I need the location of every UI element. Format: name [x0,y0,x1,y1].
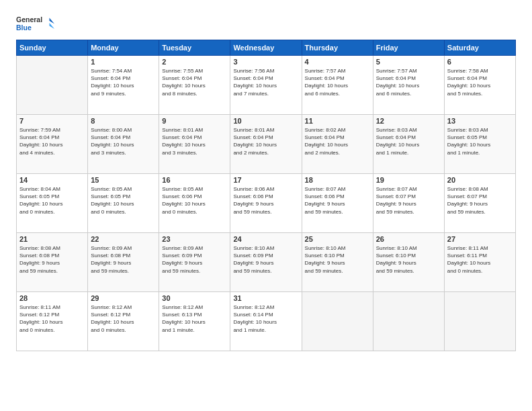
cell-info: Sunrise: 8:10 AMSunset: 6:10 PMDaylight:… [376,244,441,275]
day-number: 20 [447,176,513,184]
calendar-cell: 6Sunrise: 7:58 AMSunset: 6:04 PMDaylight… [444,56,515,115]
day-number: 21 [19,235,85,243]
calendar-cell: 26Sunrise: 8:10 AMSunset: 6:10 PMDayligh… [373,233,444,292]
day-number: 5 [376,58,441,66]
cell-info: Sunrise: 8:01 AMSunset: 6:04 PMDaylight:… [233,126,298,156]
calendar-cell: 22Sunrise: 8:09 AMSunset: 6:08 PMDayligh… [88,233,159,292]
cell-info: Sunrise: 8:09 AMSunset: 6:08 PMDaylight:… [91,244,156,275]
weekday-friday: Friday [373,40,444,56]
calendar-cell: 13Sunrise: 8:03 AMSunset: 6:05 PMDayligh… [444,115,515,174]
cell-info: Sunrise: 8:06 AMSunset: 6:06 PMDaylight:… [233,185,298,216]
logo-icon: GeneralBlue [16,12,56,36]
day-number: 1 [91,58,156,66]
day-number: 8 [91,117,156,125]
calendar-cell: 18Sunrise: 8:07 AMSunset: 6:06 PMDayligh… [302,174,373,233]
day-number: 26 [376,235,441,243]
day-number: 6 [447,58,513,66]
calendar-cell: 25Sunrise: 8:10 AMSunset: 6:10 PMDayligh… [302,233,373,292]
cell-info: Sunrise: 7:56 AMSunset: 6:04 PMDaylight:… [233,67,298,97]
week-row-4: 21Sunrise: 8:08 AMSunset: 6:08 PMDayligh… [17,233,516,292]
week-row-2: 7Sunrise: 7:59 AMSunset: 6:04 PMDaylight… [17,115,516,174]
cell-info: Sunrise: 7:54 AMSunset: 6:04 PMDaylight:… [91,67,156,97]
day-number: 17 [233,176,298,184]
calendar-cell: 4Sunrise: 7:57 AMSunset: 6:04 PMDaylight… [302,56,373,115]
calendar-cell: 5Sunrise: 7:57 AMSunset: 6:04 PMDaylight… [373,56,444,115]
cell-info: Sunrise: 8:00 AMSunset: 6:04 PMDaylight:… [91,126,156,156]
day-number: 29 [91,294,156,302]
cell-info: Sunrise: 8:02 AMSunset: 6:04 PMDaylight:… [305,126,370,156]
day-number: 11 [305,117,370,125]
day-number: 9 [162,117,227,125]
calendar-cell [373,292,444,351]
calendar-cell: 24Sunrise: 8:10 AMSunset: 6:09 PMDayligh… [230,233,302,292]
day-number: 24 [233,235,298,243]
day-number: 19 [376,176,441,184]
week-row-3: 14Sunrise: 8:04 AMSunset: 6:05 PMDayligh… [17,174,516,233]
calendar-cell: 21Sunrise: 8:08 AMSunset: 6:08 PMDayligh… [17,233,88,292]
calendar-cell: 7Sunrise: 7:59 AMSunset: 6:04 PMDaylight… [17,115,88,174]
cell-info: Sunrise: 8:04 AMSunset: 6:05 PMDaylight:… [19,185,85,216]
day-number: 13 [447,117,513,125]
day-number: 7 [19,117,85,125]
weekday-monday: Monday [88,40,159,56]
cell-info: Sunrise: 8:07 AMSunset: 6:06 PMDaylight:… [305,185,370,216]
cell-info: Sunrise: 7:59 AMSunset: 6:04 PMDaylight:… [19,126,85,156]
day-number: 28 [19,294,85,302]
calendar: SundayMondayTuesdayWednesdayThursdayFrid… [16,40,516,351]
cell-info: Sunrise: 8:03 AMSunset: 6:05 PMDaylight:… [447,126,513,156]
calendar-cell: 14Sunrise: 8:04 AMSunset: 6:05 PMDayligh… [17,174,88,233]
day-number: 14 [19,176,85,184]
header: GeneralBlue [16,12,516,36]
day-number: 4 [305,58,370,66]
svg-marker-3 [50,23,55,29]
weekday-thursday: Thursday [302,40,373,56]
weekday-tuesday: Tuesday [159,40,230,56]
cell-info: Sunrise: 8:12 AMSunset: 6:13 PMDaylight:… [162,304,227,334]
calendar-cell: 11Sunrise: 8:02 AMSunset: 6:04 PMDayligh… [302,115,373,174]
day-number: 12 [376,117,441,125]
day-number: 25 [305,235,370,243]
svg-text:Blue: Blue [16,24,32,32]
calendar-cell: 19Sunrise: 8:07 AMSunset: 6:07 PMDayligh… [373,174,444,233]
cell-info: Sunrise: 7:58 AMSunset: 6:04 PMDaylight:… [447,67,513,97]
calendar-cell: 8Sunrise: 8:00 AMSunset: 6:04 PMDaylight… [88,115,159,174]
cell-info: Sunrise: 8:09 AMSunset: 6:09 PMDaylight:… [162,244,227,275]
cell-info: Sunrise: 8:10 AMSunset: 6:10 PMDaylight:… [305,244,370,275]
calendar-cell: 23Sunrise: 8:09 AMSunset: 6:09 PMDayligh… [159,233,230,292]
calendar-cell: 12Sunrise: 8:03 AMSunset: 6:04 PMDayligh… [373,115,444,174]
week-row-5: 28Sunrise: 8:11 AMSunset: 6:12 PMDayligh… [17,292,516,351]
day-number: 30 [162,294,227,302]
calendar-cell: 30Sunrise: 8:12 AMSunset: 6:13 PMDayligh… [159,292,230,351]
calendar-cell: 17Sunrise: 8:06 AMSunset: 6:06 PMDayligh… [230,174,302,233]
calendar-cell: 28Sunrise: 8:11 AMSunset: 6:12 PMDayligh… [17,292,88,351]
calendar-cell: 3Sunrise: 7:56 AMSunset: 6:04 PMDaylight… [230,56,302,115]
cell-info: Sunrise: 8:10 AMSunset: 6:09 PMDaylight:… [233,244,298,275]
calendar-cell: 29Sunrise: 8:12 AMSunset: 6:12 PMDayligh… [88,292,159,351]
cell-info: Sunrise: 8:03 AMSunset: 6:04 PMDaylight:… [376,126,441,156]
weekday-wednesday: Wednesday [230,40,302,56]
page: GeneralBlue SundayMondayTuesdayWednesday… [0,0,532,411]
weekday-saturday: Saturday [444,40,515,56]
cell-info: Sunrise: 8:08 AMSunset: 6:08 PMDaylight:… [19,244,85,275]
cell-info: Sunrise: 8:11 AMSunset: 6:11 PMDaylight:… [447,244,513,275]
cell-info: Sunrise: 8:07 AMSunset: 6:07 PMDaylight:… [376,185,441,216]
cell-info: Sunrise: 7:57 AMSunset: 6:04 PMDaylight:… [305,67,370,97]
calendar-cell: 2Sunrise: 7:55 AMSunset: 6:04 PMDaylight… [159,56,230,115]
day-number: 3 [233,58,298,66]
svg-marker-2 [50,18,55,24]
calendar-cell: 1Sunrise: 7:54 AMSunset: 6:04 PMDaylight… [88,56,159,115]
calendar-cell: 9Sunrise: 8:01 AMSunset: 6:04 PMDaylight… [159,115,230,174]
week-row-1: 1Sunrise: 7:54 AMSunset: 6:04 PMDaylight… [17,56,516,115]
calendar-cell: 16Sunrise: 8:05 AMSunset: 6:06 PMDayligh… [159,174,230,233]
day-number: 2 [162,58,227,66]
day-number: 23 [162,235,227,243]
logo: GeneralBlue [16,12,56,36]
day-number: 10 [233,117,298,125]
day-number: 31 [233,294,298,302]
day-number: 16 [162,176,227,184]
calendar-cell: 27Sunrise: 8:11 AMSunset: 6:11 PMDayligh… [444,233,515,292]
cell-info: Sunrise: 8:01 AMSunset: 6:04 PMDaylight:… [162,126,227,156]
cell-info: Sunrise: 7:57 AMSunset: 6:04 PMDaylight:… [376,67,441,97]
cell-info: Sunrise: 8:11 AMSunset: 6:12 PMDaylight:… [19,304,85,334]
weekday-header-row: SundayMondayTuesdayWednesdayThursdayFrid… [17,40,516,56]
